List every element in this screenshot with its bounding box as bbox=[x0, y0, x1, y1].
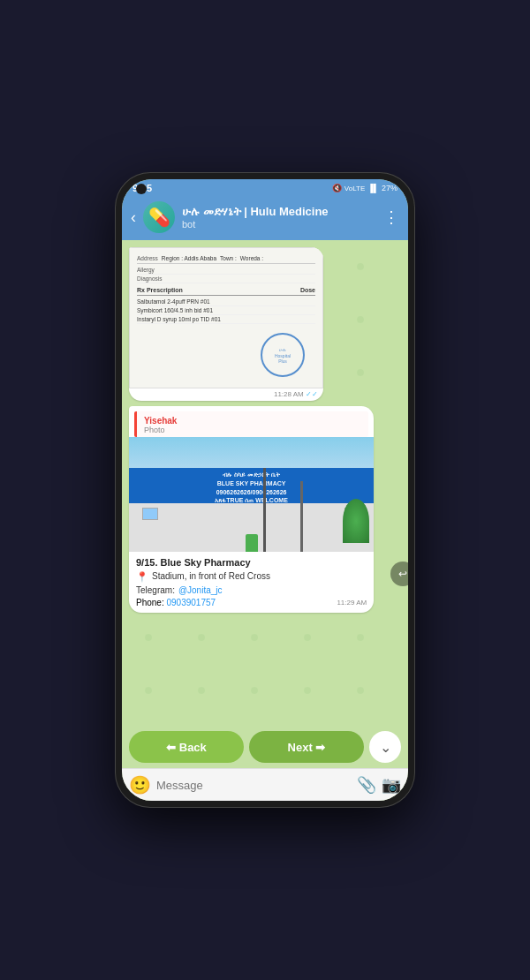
forward-button[interactable]: ↩ bbox=[390, 562, 408, 586]
sender-name: Yisehak bbox=[144, 416, 361, 426]
battery-text: 27% bbox=[382, 184, 398, 192]
building-door bbox=[246, 534, 258, 552]
pharmacy-card-wrapper: Yisehak Photo ብሉ ስካይ መድኃኒት ቤት BLUE SKY P… bbox=[129, 406, 401, 613]
sender-type: Photo bbox=[144, 426, 361, 434]
rx-header-row: Rx Prescription Dose bbox=[137, 287, 315, 296]
telegram-row: Telegram: @Jonita_jc bbox=[136, 585, 367, 595]
double-check-icon: ✓✓ bbox=[306, 390, 318, 398]
rx-item-1: Salbutamol 2-4puff PRN #01 bbox=[137, 298, 315, 306]
rx-address-row: Address Region : Addis Ababa Town : Wore… bbox=[137, 255, 315, 264]
card-sender: Yisehak Photo bbox=[134, 411, 368, 437]
pharmacy-sign: ብሉ ስካይ መድኃኒት ቤት BLUE SKY PHARMACY 090626… bbox=[129, 468, 374, 508]
mute-icon: 🔇 bbox=[332, 184, 342, 192]
prescription-bubble: Address Region : Addis Ababa Town : Wore… bbox=[129, 247, 323, 401]
header-info: ሁሉ መድሃኔት | Hulu Medicine bot bbox=[182, 205, 376, 230]
rx-allergy-field: Allergy bbox=[137, 266, 315, 275]
status-icons: 🔇 VoLTE ▐▌ 27% bbox=[332, 184, 398, 192]
pharmacy-photo: ብሉ ስካይ መድኃኒት ቤት BLUE SKY PHARMACY 090626… bbox=[129, 437, 374, 552]
camera-button[interactable]: 📷 bbox=[382, 775, 401, 795]
message-input-bar: 🙂 📎 📷 bbox=[122, 768, 408, 801]
card-content: 9/15. Blue Sky Pharmacy 📍 Stadium, in fr… bbox=[129, 552, 374, 613]
bot-avatar: 💊 bbox=[143, 201, 175, 233]
rx-diagnosis-field: Diagnosis bbox=[137, 275, 315, 283]
prescription-image: Address Region : Addis Ababa Town : Wore… bbox=[129, 247, 323, 388]
tree-1 bbox=[343, 499, 369, 543]
rx-item-3: Instaryl D syrup 10ml po TID #01 bbox=[137, 315, 315, 324]
phone-shell: 9:25 🔇 VoLTE ▐▌ 27% ‹ 💊 ሁሉ መድሃኔት | Hulu … bbox=[115, 172, 415, 808]
status-bar: 9:25 🔇 VoLTE ▐▌ 27% bbox=[122, 179, 408, 196]
chat-area: Address Region : Addis Ababa Town : Wore… bbox=[122, 240, 408, 726]
header-subtitle: bot bbox=[182, 219, 376, 230]
signal-text: VoLTE bbox=[344, 185, 365, 192]
chevron-down-icon: ⌄ bbox=[380, 739, 391, 756]
pin-icon: 📍 bbox=[136, 571, 148, 583]
rx-stamp: ሁሉHospitalPlus bbox=[261, 333, 305, 377]
phone-link[interactable]: 0903901757 bbox=[166, 598, 216, 607]
back-button[interactable]: ⬅ Back bbox=[129, 731, 244, 763]
phone-screen: 9:25 🔇 VoLTE ▐▌ 27% ‹ 💊 ሁሉ መድሃኔት | Hulu … bbox=[122, 179, 408, 801]
message-input[interactable] bbox=[156, 779, 352, 792]
scroll-down-button[interactable]: ⌄ bbox=[369, 731, 401, 763]
phone-row: Phone: 0903901757 11:29 AM bbox=[136, 598, 367, 607]
back-button[interactable]: ‹ bbox=[131, 208, 136, 227]
emoji-button[interactable]: 🙂 bbox=[129, 774, 151, 795]
header-menu-button[interactable]: ⋮ bbox=[383, 207, 399, 227]
location-row: 📍 Stadium, in front of Red Cross bbox=[136, 571, 367, 583]
chat-header: ‹ 💊 ሁሉ መድሃኔት | Hulu Medicine bot ⋮ bbox=[122, 196, 408, 240]
header-title: ሁሉ መድሃኔት | Hulu Medicine bbox=[182, 205, 376, 219]
pharmacy-card: Yisehak Photo ብሉ ስካይ መድኃኒት ቤት BLUE SKY P… bbox=[129, 406, 374, 613]
pole-1 bbox=[263, 468, 266, 552]
rx-item-2: Symbicort 160/4.5 inh bid #01 bbox=[137, 306, 315, 315]
window-1 bbox=[142, 508, 158, 520]
telegram-link[interactable]: @Jonita_jc bbox=[178, 585, 223, 595]
camera-notch bbox=[136, 184, 147, 194]
prescription-time: 11:28 AM ✓✓ bbox=[129, 388, 323, 401]
pole-2 bbox=[300, 481, 303, 552]
attach-button[interactable]: 📎 bbox=[357, 775, 376, 795]
pharmacy-building bbox=[129, 503, 374, 552]
action-buttons: ⬅ Back Next ➡ ⌄ bbox=[122, 726, 408, 768]
pharmacy-time: 11:29 AM bbox=[337, 599, 367, 607]
sky-bg bbox=[129, 437, 374, 471]
wifi-icon: ▐▌ bbox=[367, 184, 379, 192]
pharmacy-title: 9/15. Blue Sky Pharmacy bbox=[136, 557, 367, 568]
next-button[interactable]: Next ➡ bbox=[249, 731, 364, 763]
